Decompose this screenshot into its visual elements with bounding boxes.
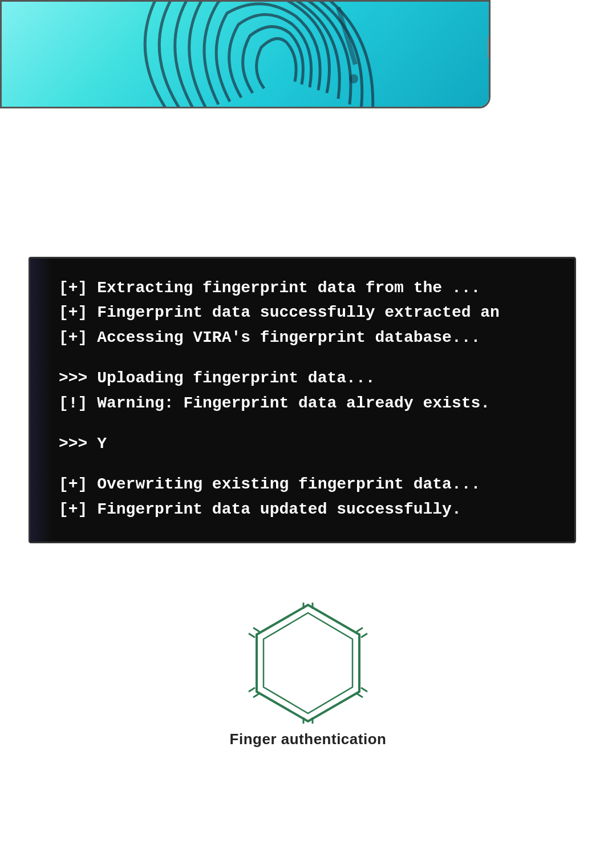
terminal-line-8: [+] Fingerprint data updated successfull… [59, 497, 552, 522]
hexagon-caption: Finger authentication [230, 730, 387, 748]
hexagon-container [240, 600, 376, 726]
svg-line-13 [249, 688, 255, 692]
svg-point-1 [349, 74, 358, 83]
svg-line-9 [361, 688, 367, 692]
terminal-line-3: [+] Accessing VIRA's fingerprint databas… [59, 325, 552, 350]
terminal-line-6: >>> Y [59, 431, 552, 456]
phone-screen [2, 2, 489, 107]
gap-section [0, 108, 616, 257]
hexagon-section: Finger authentication [0, 589, 616, 749]
svg-line-15 [249, 633, 255, 637]
svg-marker-2 [257, 605, 359, 721]
terminal-line-7: [+] Overwriting existing fingerprint dat… [59, 472, 552, 496]
terminal-panel: [+] Extracting fingerprint data from the… [29, 257, 576, 543]
phone-side-button [488, 36, 491, 59]
phone-illustration [0, 0, 491, 108]
svg-line-7 [361, 633, 367, 637]
bottom-gap [0, 543, 616, 589]
terminal-line-4: >>> Uploading fingerprint data... [59, 366, 552, 390]
terminal-line-2: [+] Fingerprint data successfully extrac… [59, 300, 552, 325]
svg-line-6 [356, 628, 363, 632]
svg-line-8 [356, 693, 363, 697]
hexagon-icon [240, 600, 376, 726]
svg-line-12 [253, 693, 260, 697]
terminal-line-5: [!] Warning: Fingerprint data already ex… [59, 391, 552, 415]
terminal-line-1: [+] Extracting fingerprint data from the… [59, 276, 552, 300]
top-panel [0, 0, 616, 108]
svg-line-14 [253, 628, 260, 632]
fingerprint-icon [104, 2, 390, 107]
svg-marker-3 [264, 613, 352, 713]
